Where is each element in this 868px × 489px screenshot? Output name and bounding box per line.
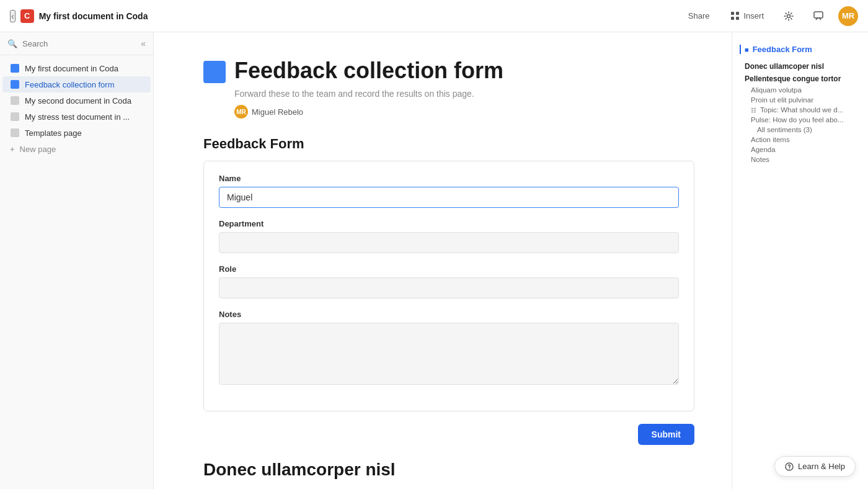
doc-subtitle: Forward these to the team and record the… — [203, 89, 694, 99]
learn-help-label: Learn & Help — [798, 462, 845, 471]
body-section-heading: Donec ullamcorper nisl — [203, 460, 694, 480]
doc-header: Feedback collection form — [203, 57, 694, 84]
svg-rect-1 — [736, 12, 739, 15]
submit-button[interactable]: Submit — [638, 424, 694, 445]
learn-help-button[interactable]: Learn & Help — [774, 456, 856, 477]
help-icon — [785, 462, 794, 471]
form-section-title: Feedback Form — [203, 136, 694, 152]
new-page-label: New page — [20, 145, 56, 154]
department-input[interactable] — [219, 232, 679, 253]
share-label: Share — [688, 11, 710, 20]
doc-title: My first document in Coda — [39, 11, 148, 21]
name-field: Name — [219, 174, 679, 208]
form-icon: ■ — [745, 46, 749, 53]
share-button[interactable]: Share — [683, 9, 715, 23]
page-icon — [10, 63, 20, 73]
chat-icon — [813, 11, 823, 21]
author-row: MR Miguel Rebelo — [203, 105, 694, 119]
page-icon — [10, 128, 20, 138]
sidebar-item-feedback-collection[interactable]: Feedback collection form — [2, 76, 151, 92]
table-icon: ☷ — [751, 107, 756, 114]
settings-button[interactable] — [779, 9, 799, 24]
sidebar-item-label: Feedback collection form — [25, 80, 115, 89]
role-field: Role — [219, 264, 679, 298]
svg-rect-2 — [731, 17, 734, 20]
svg-rect-3 — [736, 17, 739, 20]
role-label: Role — [219, 264, 679, 274]
sidebar-item-label: My first document in Coda — [25, 64, 118, 73]
outline-active-item[interactable]: ■ Feedback Form — [740, 45, 861, 54]
outline-item-4-label: Topic: What should we d... — [760, 106, 843, 114]
sidebar-item-templates[interactable]: Templates page — [2, 125, 151, 141]
sidebar-nav: My first document in Coda Feedback colle… — [0, 55, 153, 489]
page-icon — [10, 112, 20, 122]
insert-button[interactable]: Insert — [724, 8, 769, 24]
name-input[interactable] — [219, 187, 679, 208]
page-icon — [10, 96, 20, 105]
sidebar-item-label: My second document in Coda — [25, 96, 131, 105]
new-page-button[interactable]: + New page — [0, 141, 153, 158]
avatar[interactable]: MR — [838, 6, 858, 26]
topbar-left: ‹ C My first document in Coda — [10, 9, 148, 23]
chat-button[interactable] — [808, 9, 828, 24]
notes-field: Notes — [219, 310, 679, 387]
doc-icon — [203, 61, 226, 83]
author-name: Miguel Rebelo — [252, 107, 303, 117]
department-field: Department — [219, 219, 679, 253]
outline-item-5[interactable]: Pulse: How do you feel abo... — [740, 115, 861, 125]
sidebar-item-label: Templates page — [25, 128, 82, 138]
page-icon — [10, 79, 20, 89]
outline-item-0[interactable]: Donec ullamcoper nisl — [740, 60, 861, 73]
insert-label: Insert — [743, 11, 764, 20]
notes-textarea[interactable] — [219, 323, 679, 385]
outline-item-7[interactable]: Action items — [740, 135, 861, 145]
outline-active-label: Feedback Form — [753, 45, 812, 54]
sidebar-item-my-second-doc[interactable]: My second document in Coda — [2, 92, 151, 109]
outline-item-9[interactable]: Notes — [740, 155, 861, 164]
search-icon: 🔍 — [7, 39, 17, 48]
collapse-icon[interactable]: « — [141, 38, 146, 48]
svg-point-4 — [787, 14, 790, 17]
outline-item-3[interactable]: Proin ut elit pulvinar — [740, 95, 861, 105]
department-label: Department — [219, 219, 679, 228]
back-button[interactable]: ‹ — [10, 10, 16, 22]
svg-rect-5 — [814, 12, 823, 18]
submit-row: Submit — [203, 424, 694, 445]
name-label: Name — [219, 174, 679, 183]
search-input[interactable] — [22, 39, 136, 48]
topbar: ‹ C My first document in Coda Share Inse… — [0, 0, 868, 32]
notes-label: Notes — [219, 310, 679, 319]
role-input[interactable] — [219, 277, 679, 298]
content-area: Feedback collection form Forward these t… — [154, 32, 732, 489]
outline-item-1[interactable]: Pellentesque congue tortor — [740, 73, 861, 85]
sidebar-item-label: My stress test document in ... — [25, 112, 130, 122]
svg-rect-0 — [731, 12, 734, 15]
feedback-form-card: Name Department Role Notes — [203, 161, 694, 411]
svg-point-7 — [789, 469, 790, 470]
topbar-right: Share Insert MR — [683, 6, 858, 26]
outline-item-8[interactable]: Agenda — [740, 145, 861, 155]
outline-item-2[interactable]: Aliquam volutpa — [740, 85, 861, 95]
coda-logo: C — [20, 9, 34, 23]
doc-heading: Feedback collection form — [234, 57, 503, 84]
gear-icon — [784, 11, 794, 21]
outline-item-4[interactable]: ☷ Topic: What should we d... — [740, 105, 861, 115]
sidebar: 🔍 « My first document in Coda Feedback c… — [0, 32, 154, 489]
main-layout: 🔍 « My first document in Coda Feedback c… — [0, 32, 868, 489]
author-avatar: MR — [234, 105, 248, 119]
grid-icon — [729, 11, 740, 22]
plus-icon: + — [10, 145, 15, 154]
sidebar-item-my-first-doc[interactable]: My first document in Coda — [2, 60, 151, 76]
outline-panel: ■ Feedback Form Donec ullamcoper nisl Pe… — [732, 32, 868, 489]
outline-item-6[interactable]: All sentiments (3) — [740, 125, 861, 135]
sidebar-search-container: 🔍 « — [0, 32, 153, 55]
sidebar-item-stress-test[interactable]: My stress test document in ... — [2, 109, 151, 125]
